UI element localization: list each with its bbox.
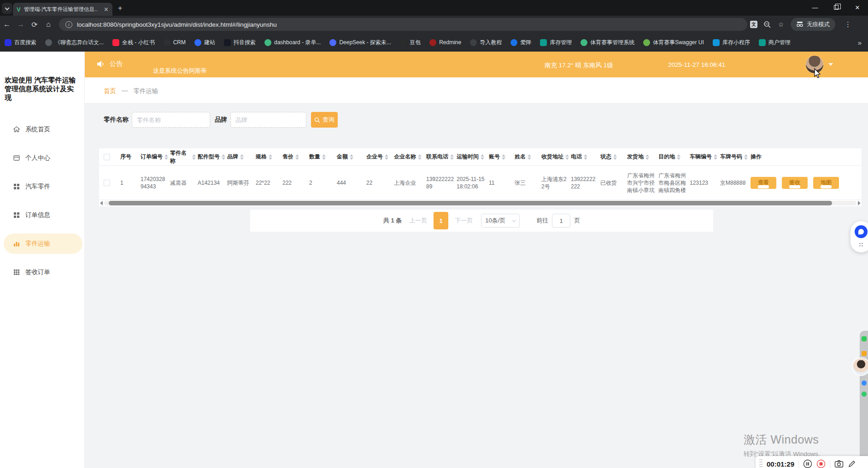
select-all-checkbox[interactable] (104, 154, 110, 160)
green-sparkle-icon[interactable] (862, 392, 867, 397)
tab-close-icon[interactable]: ✕ (104, 6, 109, 13)
horizontal-scrollbar[interactable] (99, 200, 862, 206)
bookmark-item[interactable]: 建站 (194, 39, 215, 47)
bookmark-item[interactable]: 库存小程序 (713, 39, 750, 47)
bookmark-item[interactable]: 导入教程 (470, 39, 502, 47)
scrollbar-track[interactable] (104, 201, 856, 205)
bookmark-item[interactable]: dashboard - 录单... (264, 39, 321, 47)
forward-icon[interactable]: → (14, 20, 28, 29)
sort-icon[interactable] (295, 154, 299, 160)
view-button[interactable]: 查看 (751, 177, 776, 189)
bookmark-item[interactable]: 全栈 - 小红书 (112, 39, 155, 47)
drag-handle-icon[interactable] (859, 242, 863, 247)
sidebar-item-sign-orders[interactable]: 签收订单 (4, 262, 82, 282)
part-name-input[interactable] (132, 112, 210, 128)
avatar-dropdown-caret-icon[interactable] (828, 63, 833, 66)
row-checkbox[interactable] (104, 180, 110, 186)
col-header[interactable]: 状态 (600, 153, 627, 161)
minimize-button[interactable]: — (804, 0, 826, 15)
sort-icon[interactable] (269, 154, 272, 160)
map-button[interactable]: 地图 (813, 177, 839, 189)
sort-icon[interactable] (322, 154, 326, 160)
bookmark-item[interactable]: 豆包 (400, 39, 421, 47)
col-header[interactable]: 收货地址 (541, 153, 571, 161)
pause-button[interactable] (803, 459, 812, 468)
url-field[interactable]: i localhost:8080/springboot3xy1sjvu/admi… (59, 18, 747, 31)
sidebar-item-profile[interactable]: 个人中心 (4, 148, 82, 168)
prev-page-button[interactable]: 上一页 (409, 216, 427, 225)
sort-icon[interactable] (744, 154, 748, 160)
scrollbar-thumb[interactable] (109, 201, 832, 205)
col-header[interactable]: 车牌号码 (720, 153, 751, 161)
goto-page-input[interactable] (552, 214, 570, 228)
breadcrumb-home[interactable]: 首页 (104, 87, 116, 95)
col-header[interactable]: 联系电话 (426, 153, 457, 161)
sort-icon[interactable] (645, 154, 649, 160)
back-icon[interactable]: ← (0, 20, 14, 29)
stop-button[interactable] (816, 459, 826, 468)
pencil-button[interactable] (848, 460, 856, 468)
assistant-avatar[interactable] (853, 358, 868, 375)
sort-icon[interactable] (677, 154, 680, 160)
col-header[interactable]: 零件名称 (170, 149, 198, 165)
sort-icon[interactable] (192, 154, 196, 160)
bookmark-item[interactable]: Redmine (429, 39, 461, 46)
page-number-button[interactable]: 1 (434, 212, 448, 229)
blue-sparkle-icon[interactable] (862, 380, 867, 386)
bookmark-star-icon[interactable]: ☆ (777, 20, 785, 29)
bookmarks-overflow-chevron[interactable]: » (858, 39, 862, 47)
drag-handle-icon[interactable] (759, 459, 762, 468)
bookmark-item[interactable]: 体育赛事管理系统 (581, 39, 634, 47)
col-header[interactable]: 规格 (256, 153, 282, 161)
sort-icon[interactable] (222, 154, 225, 160)
translate-icon[interactable]: 文 (750, 21, 757, 28)
browser-assistant-pill[interactable] (850, 221, 868, 252)
sidebar-item-car-parts[interactable]: 汽车零件 (4, 176, 82, 197)
sort-icon[interactable] (240, 154, 244, 160)
sort-icon[interactable] (481, 154, 484, 160)
col-header[interactable]: 电话 (571, 153, 600, 161)
col-header[interactable]: 运输时间 (457, 153, 489, 161)
next-page-button[interactable]: 下一页 (455, 216, 473, 225)
tab-search-button[interactable] (2, 3, 12, 14)
col-header[interactable]: 账号 (489, 153, 515, 161)
scroll-left-icon[interactable] (100, 201, 103, 205)
orange-app-icon[interactable] (862, 351, 867, 356)
col-header[interactable]: 配件型号 (198, 153, 227, 161)
sort-icon[interactable] (714, 154, 717, 160)
bookmark-item[interactable]: 体育赛事Swagger UI (643, 39, 704, 47)
sidebar-item-part-transport[interactable]: 零件运输 (4, 234, 82, 254)
col-header[interactable]: 数量 (309, 153, 337, 161)
bookmark-item[interactable]: 商户管理 (759, 39, 791, 47)
camera-button[interactable] (834, 460, 844, 468)
col-header[interactable]: 目的地 (658, 153, 690, 161)
sort-icon[interactable] (350, 154, 353, 160)
sort-icon[interactable] (164, 154, 168, 160)
col-header[interactable]: 车辆编号 (690, 153, 720, 161)
green-app-icon[interactable] (862, 336, 867, 341)
sort-icon[interactable] (418, 154, 422, 160)
col-header[interactable]: 售价 (282, 153, 309, 161)
browser-tab[interactable]: V 管理端-汽车零件运输管理信息... ✕ (13, 3, 112, 16)
bookmark-item[interactable]: 库存管理 (540, 39, 572, 47)
sort-icon[interactable] (450, 154, 454, 160)
col-header[interactable]: 姓名 (515, 153, 541, 161)
reload-icon[interactable]: ⟳ (28, 20, 41, 29)
col-header[interactable]: 企业名称 (394, 153, 426, 161)
col-header[interactable]: 品牌 (227, 153, 256, 161)
sort-icon[interactable] (385, 154, 388, 160)
col-header[interactable]: 订单编号 (141, 153, 170, 161)
sort-icon[interactable] (613, 154, 617, 160)
sort-icon[interactable] (502, 154, 505, 160)
query-button[interactable]: 查询 (311, 112, 338, 128)
bookmark-item[interactable]: 《聊斋志异白话文... (45, 39, 104, 47)
assistant-logo-icon[interactable] (855, 225, 868, 238)
sort-icon[interactable] (584, 154, 587, 160)
bookmark-item[interactable]: CRM (164, 39, 186, 46)
zoom-search-icon[interactable] (763, 20, 771, 29)
new-tab-button[interactable]: + (118, 4, 122, 12)
site-info-icon[interactable]: i (65, 21, 72, 28)
sort-icon[interactable] (528, 154, 531, 160)
bookmark-item[interactable]: DeepSeek - 探索未... (329, 39, 391, 47)
brand-input[interactable] (230, 112, 306, 128)
